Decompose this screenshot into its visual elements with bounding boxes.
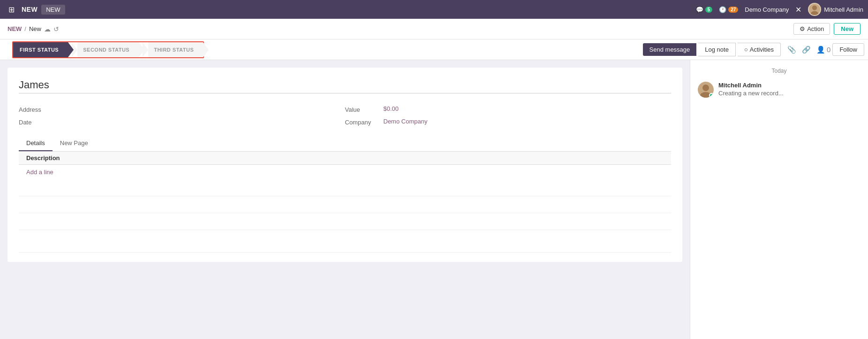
avatar [808, 3, 821, 16]
company-name: Demo Company [745, 6, 789, 13]
value-value[interactable]: $0.00 [384, 105, 399, 112]
value-field-row: Value $0.00 [345, 103, 672, 116]
company-label: Company [345, 118, 378, 126]
form-tabs: Details New Page [19, 136, 671, 152]
tab-new-page[interactable]: New Page [53, 136, 96, 151]
app-name: NEW [22, 6, 38, 13]
address-label: Address [19, 105, 52, 113]
form-card: Address Date Value $0.00 [8, 68, 682, 262]
chatter-date: Today [698, 68, 860, 74]
clock-badge: 27 [728, 7, 738, 13]
chatter-avatar [698, 82, 714, 98]
message-content: Mitchell Admin Creating a new record... [718, 82, 860, 98]
link-button[interactable]: 🔗 [802, 46, 811, 54]
message-icon: 💬 [696, 6, 703, 13]
clock-icon-group[interactable]: 🕐 27 [719, 6, 738, 13]
date-field-row: Date [19, 116, 345, 128]
user-name: Mitchell Admin [824, 6, 863, 13]
send-message-button[interactable]: Send message [643, 43, 697, 56]
attachment-button[interactable]: 📎 [787, 46, 796, 54]
svg-point-0 [812, 5, 817, 10]
value-label: Value [345, 105, 378, 113]
add-line-button[interactable]: Add a line [19, 165, 671, 179]
name-input[interactable] [19, 77, 671, 93]
table-section: Description Add a line [19, 152, 671, 253]
status-first[interactable]: FIRST STATUS [13, 42, 68, 57]
grid-icon[interactable]: ⊞ [5, 3, 18, 16]
clock-icon: 🕐 [719, 6, 726, 13]
chatter-message-item: Mitchell Admin Creating a new record... [698, 82, 860, 98]
tools-icon[interactable]: ✕ [795, 5, 801, 14]
online-indicator [709, 93, 714, 98]
status-pipeline: FIRST STATUS SECOND STATUS THIRD STATUS [12, 41, 204, 58]
new-record-button[interactable]: New [834, 23, 860, 35]
breadcrumb-current: New [29, 25, 41, 32]
activities-button[interactable]: ○ Activities [738, 43, 781, 56]
tab-details[interactable]: Details [19, 136, 53, 151]
date-label: Date [19, 118, 52, 126]
paperclip-icon: 📎 [787, 46, 796, 54]
action-button[interactable]: ⚙ Action [793, 23, 830, 35]
gear-icon: ⚙ [800, 25, 805, 32]
log-note-button[interactable]: Log note [698, 43, 736, 56]
refresh-icon[interactable]: ↺ [53, 25, 59, 33]
top-new-button[interactable]: NEW [41, 5, 65, 15]
form-area: Address Date Value $0.00 [0, 60, 690, 339]
table-row-2 [19, 196, 671, 213]
table-header: Description [19, 152, 671, 165]
user-icon: 👤 [816, 46, 825, 54]
status-second[interactable]: SECOND STATUS [72, 42, 139, 57]
messages-icon-group[interactable]: 💬 5 [696, 6, 713, 13]
chatter-area: Today Mitchell Admin Creating a new reco… [690, 60, 868, 339]
activities-icon: ○ [744, 46, 748, 53]
follow-button[interactable]: Follow [832, 43, 864, 56]
message-badge: 5 [705, 7, 713, 13]
link-icon: 🔗 [802, 46, 811, 54]
message-author: Mitchell Admin [718, 82, 860, 89]
breadcrumb-separator: / [24, 25, 26, 32]
breadcrumb-parent[interactable]: NEW [8, 25, 22, 32]
company-value[interactable]: Demo Company [384, 118, 428, 125]
svg-point-2 [702, 85, 709, 91]
status-third[interactable]: THIRD STATUS [143, 42, 203, 57]
message-text: Creating a new record... [718, 90, 860, 97]
table-row-1 [19, 179, 671, 196]
table-row-4 [19, 230, 671, 253]
user-count-button[interactable]: 👤 0 [816, 46, 830, 54]
company-field-row: Company Demo Company [345, 116, 672, 128]
address-field-row: Address [19, 103, 345, 116]
table-row-3 [19, 213, 671, 230]
svg-point-1 [811, 11, 819, 16]
cloud-save-icon[interactable]: ☁ [44, 25, 51, 33]
user-menu[interactable]: Mitchell Admin [808, 3, 863, 16]
